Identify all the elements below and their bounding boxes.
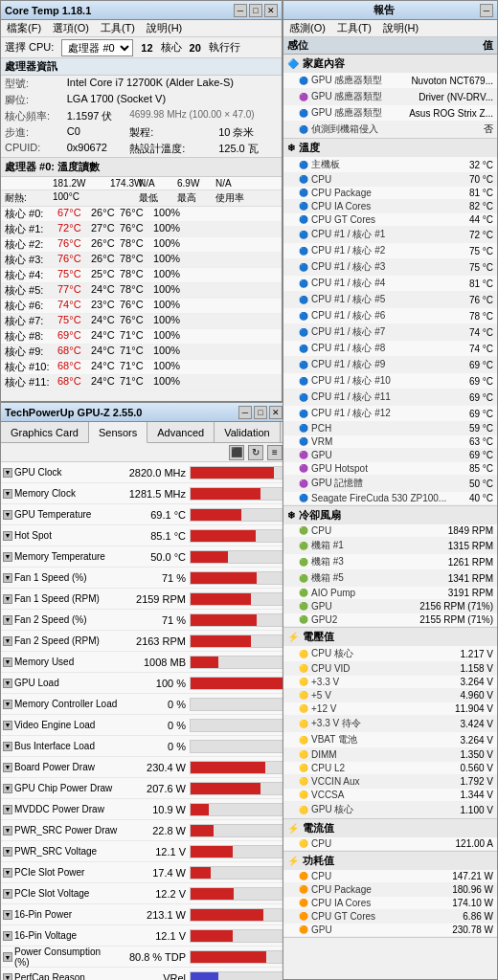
sensor-bar-fill-3	[191, 530, 256, 542]
section-header-power[interactable]: ⚡ 功耗值	[283, 852, 497, 870]
sensor-dropdown-15[interactable]: ▼	[3, 784, 12, 793]
sensor-dropdown-19[interactable]: ▼	[3, 868, 12, 878]
sensor-dropdown-2[interactable]: ▼	[3, 510, 12, 520]
core-usage-4: 100%	[153, 268, 187, 282]
sensor-dropdown-6[interactable]: ▼	[3, 594, 12, 604]
menu-tools[interactable]: 工具(T)	[99, 21, 137, 35]
cpu-select[interactable]: 處理器 #0	[61, 39, 133, 56]
gpuz-maximize[interactable]: □	[254, 406, 267, 419]
sensor-value-10: 100 %	[118, 678, 190, 689]
sensor-dropdown-17[interactable]: ▼	[3, 826, 12, 835]
section-label-current: 電流值	[303, 821, 334, 835]
sensor-bar-17	[190, 824, 284, 837]
gpuz-refresh-icon[interactable]: ↻	[248, 445, 263, 460]
gpuz-minimize[interactable]: ─	[238, 406, 252, 419]
section-header-motherboard[interactable]: 🔷 家庭內容	[283, 55, 497, 73]
hwinfo-title: 報告	[374, 3, 395, 17]
menu-options[interactable]: 選項(O)	[51, 21, 91, 35]
menu-help[interactable]: 說明(H)	[145, 21, 184, 35]
sensor-dropdown-0[interactable]: ▼	[3, 468, 12, 478]
core-min-9: 24°C	[91, 345, 120, 359]
hwinfo-item-name-voltage-6: 🟡 VBAT 電池	[299, 733, 461, 746]
hwinfo-item-temperature-21: 🟣 GPU 記憶體 50 °C	[283, 476, 497, 492]
sensor-dropdown-5[interactable]: ▼	[3, 573, 12, 583]
gpuz-window: TechPowerUp GPU-Z 2.55.0 ─ □ ✕ Graphics …	[0, 402, 287, 980]
section-header-fans[interactable]: ❄ 冷卻風扇	[283, 506, 497, 524]
hwinfo-item-temperature-11: 🔵 CPU #1 / 核心 #7 74 °C	[283, 324, 497, 341]
sensor-bar-fill-16	[191, 804, 209, 815]
hwinfo-item-value-temperature-5: 72 °C	[469, 230, 493, 240]
sensor-dropdown-3[interactable]: ▼	[3, 531, 12, 541]
hwinfo-item-value-temperature-13: 69 °C	[469, 360, 493, 370]
sensor-dropdown-23[interactable]: ▼	[3, 952, 12, 962]
tab-sensors[interactable]: Sensors	[89, 422, 147, 443]
sensor-dropdown-8[interactable]: ▼	[3, 636, 12, 646]
sensor-dropdown-4[interactable]: ▼	[3, 552, 12, 562]
hwinfo-minimize[interactable]: ─	[480, 4, 493, 17]
tab-validation[interactable]: Validation	[215, 422, 281, 442]
core-usage-0: 100%	[153, 207, 187, 221]
hwinfo-item-name-temperature-6: 🔵 CPU #1 / 核心 #2	[299, 244, 469, 257]
sensor-bar-fill-19	[191, 867, 211, 879]
sensor-dropdown-7[interactable]: ▼	[3, 615, 12, 625]
sensor-dropdown-22[interactable]: ▼	[3, 931, 12, 941]
core-max-8: 71°C	[120, 329, 153, 344]
sensor-bar-11	[190, 698, 284, 711]
sensor-value-21: 213.1 W	[118, 909, 190, 921]
gpuz-close[interactable]: ✕	[269, 406, 283, 419]
section-header-voltage[interactable]: ⚡ 電壓值	[283, 628, 497, 646]
hwinfo-window: 報告 ─ 感測(O) 工具(T) 說明(H) 感位 值 🔷 家庭內容 🔵 GPU…	[283, 0, 498, 980]
sensor-dropdown-10[interactable]: ▼	[3, 679, 12, 688]
sensor-bar-fill-4	[191, 551, 228, 563]
sensor-bar-fill-5	[191, 572, 257, 584]
menu-file[interactable]: 檔案(F)	[5, 21, 43, 35]
hwinfo-item-temperature-20: 🟣 GPU Hotspot 85 °C	[283, 462, 497, 476]
close-button[interactable]: ✕	[264, 4, 278, 17]
sensor-dropdown-24[interactable]: ▼	[3, 973, 12, 981]
hwinfo-menu-sensor[interactable]: 感測(O)	[287, 21, 328, 35]
core-usage-10: 100%	[153, 360, 187, 374]
sensor-row-21: ▼ 16-Pin Power 213.1 W	[1, 904, 286, 925]
sensor-dropdown-18[interactable]: ▼	[3, 847, 12, 857]
chip-icon: 🔵	[299, 125, 308, 134]
power-icon: 🟠	[299, 885, 308, 894]
sensor-value-8: 2163 RPM	[118, 635, 190, 647]
maximize-button[interactable]: □	[249, 4, 262, 17]
core-max-10: 71°C	[120, 360, 153, 374]
sensor-dropdown-9[interactable]: ▼	[3, 657, 12, 667]
cpu-icon: 🔵	[299, 247, 308, 256]
sensor-dropdown-12[interactable]: ▼	[3, 721, 12, 730]
hwinfo-menu-help[interactable]: 說明(H)	[381, 21, 420, 35]
hwinfo-item-temperature-15: 🔵 CPU #1 / 核心 #11 69 °C	[283, 390, 497, 406]
gpu-icon: 🟣	[299, 479, 308, 488]
sensor-bar-15	[190, 782, 284, 795]
core-temp-10: 68°C	[57, 360, 91, 374]
sensor-dropdown-16[interactable]: ▼	[3, 805, 12, 814]
sensor-dropdown-1[interactable]: ▼	[3, 489, 12, 499]
section-header-temperature[interactable]: ❄ 溫度	[283, 139, 497, 157]
section-icon-motherboard: 🔷	[287, 58, 299, 69]
core-max-6: 76°C	[120, 299, 153, 313]
sensor-dropdown-14[interactable]: ▼	[3, 763, 12, 772]
tab-advanced[interactable]: Advanced	[147, 422, 215, 442]
sensor-dropdown-13[interactable]: ▼	[3, 742, 12, 751]
hwinfo-item-name-voltage-0: 🟡 CPU 核心	[299, 647, 461, 660]
hwinfo-item-value-temperature-12: 74 °C	[469, 344, 493, 354]
gpuz-record-icon[interactable]: ⬛	[229, 445, 244, 460]
sensor-dropdown-20[interactable]: ▼	[3, 889, 12, 899]
core-temp-1: 72°C	[57, 222, 91, 236]
core-usage-9: 100%	[153, 345, 187, 359]
power-val3: 6.9W	[177, 178, 215, 189]
minimize-button[interactable]: ─	[234, 4, 247, 17]
hwinfo-item-name-voltage-2: 🟡 +3.3 V	[299, 677, 461, 687]
core-row-8: 核心 #8: 69°C 24°C 71°C 100%	[1, 329, 282, 345]
tab-graphics-card[interactable]: Graphics Card	[1, 422, 89, 442]
core-temp-11: 68°C	[57, 375, 91, 390]
sensor-value-16: 10.9 W	[118, 804, 190, 815]
sensor-row-3: ▼ Hot Spot 85.1 °C	[1, 525, 286, 546]
hwinfo-menu-tools[interactable]: 工具(T)	[335, 21, 374, 35]
sensor-dropdown-21[interactable]: ▼	[3, 910, 12, 920]
sensor-dropdown-11[interactable]: ▼	[3, 700, 12, 709]
section-header-current[interactable]: ⚡ 電流值	[283, 819, 497, 837]
gpuz-menu-icon[interactable]: ≡	[267, 445, 283, 460]
